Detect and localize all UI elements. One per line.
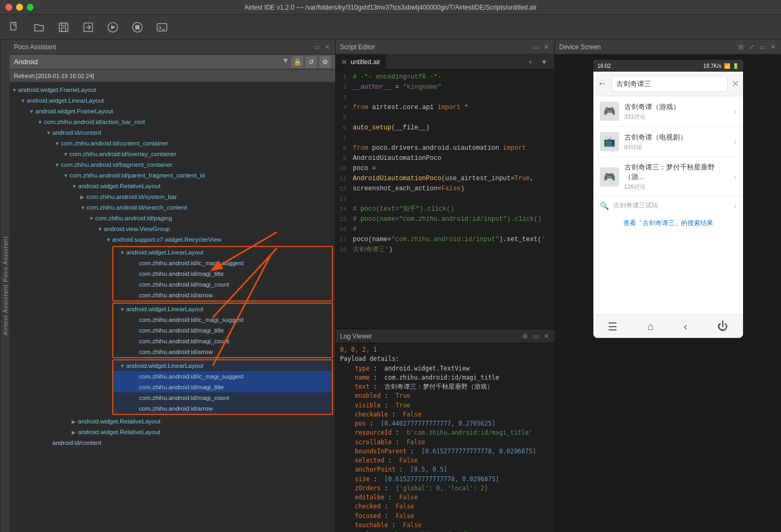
- add-tab-btn[interactable]: ＋: [524, 56, 536, 68]
- device-grid-icon[interactable]: ⊞: [737, 43, 745, 51]
- run-button[interactable]: [105, 19, 121, 35]
- tree-item[interactable]: ▼ android.widget.LinearLayout: [113, 304, 332, 314]
- tree-toggle[interactable]: ▼: [120, 250, 126, 256]
- tree-item[interactable]: ▼ android.widget.FrameLayout: [10, 106, 335, 117]
- tree-item[interactable]: com.zhihu.android:id/magi_count: [113, 279, 332, 290]
- tree-item[interactable]: ▼ android.widget.LinearLayout: [113, 247, 332, 258]
- tree-item[interactable]: com.zhihu.android:id/arrow: [113, 346, 332, 357]
- settings-icon-btn[interactable]: ⚙: [319, 56, 331, 68]
- open-folder-button[interactable]: [31, 19, 47, 35]
- editor-minimize-btn[interactable]: ▭: [532, 43, 539, 51]
- phone-search-link[interactable]: 查看「古剑奇谭三」的搜索结果: [593, 214, 743, 232]
- phone-result-title-3: 古剑奇谭三：梦付千秋星垂野（游...: [624, 163, 729, 182]
- tree-item[interactable]: ▼ android.widget.LinearLayout: [10, 95, 335, 106]
- tree-item[interactable]: ▼ com.zhihu.android:id/content_container: [10, 138, 335, 149]
- editor-close-btn[interactable]: ✕: [543, 43, 550, 51]
- phone-search-close-btn[interactable]: ✕: [732, 79, 739, 89]
- tree-node-text: com.zhihu.android:id/parent_fragment_con…: [69, 172, 205, 179]
- phone-result-item-3[interactable]: 🎮 古剑奇谭三：梦付千秋星垂野（游... 126讨论 ›: [593, 157, 743, 197]
- log-minimize-btn[interactable]: ▭: [532, 333, 539, 340]
- tree-toggle[interactable]: ▶: [80, 194, 87, 200]
- toolbar: [0, 15, 781, 40]
- device-minimize-btn[interactable]: ▭: [759, 43, 766, 51]
- tree-item[interactable]: com.zhihu.android:id/ic_magi_suggest: [113, 258, 332, 268]
- poco-close-btn[interactable]: ✕: [323, 43, 331, 51]
- tree-toggle[interactable]: ▼: [72, 183, 78, 189]
- device-expand-icon[interactable]: ⤢: [748, 43, 755, 51]
- tree-toggle[interactable]: ▶: [72, 419, 78, 425]
- phone-nav-power-btn[interactable]: ⏻: [717, 320, 728, 333]
- tree-item[interactable]: android:id/content: [10, 437, 335, 448]
- tree-item[interactable]: ▼ android.widget.FrameLayout: [10, 84, 335, 95]
- tree-item[interactable]: com.zhihu.android:id/arrow: [113, 290, 332, 300]
- tree-item[interactable]: ▼ com.zhihu.android:id/parent_fragment_c…: [10, 170, 335, 181]
- new-file-button[interactable]: [6, 19, 22, 35]
- tree-item[interactable]: ▼ com.zhihu.android:id/overlay_container: [10, 149, 335, 159]
- code-editor[interactable]: 1 # -*- encoding=utf8 -*- 2 __author__ =…: [336, 70, 554, 329]
- tree-item[interactable]: ▼ android:id/content: [10, 127, 335, 138]
- tree-toggle[interactable]: ▼: [80, 205, 87, 211]
- refresh-icon-btn[interactable]: ↺: [305, 56, 317, 68]
- tree-item[interactable]: ▼ android.view.ViewGroup: [10, 223, 335, 234]
- phone-result-item-2[interactable]: 📺 古剑奇谭（电视剧） 83讨论 ›: [593, 127, 743, 157]
- tree-toggle[interactable]: ▼: [120, 306, 126, 312]
- tab-dropdown-btn[interactable]: ▼: [538, 56, 550, 68]
- tree-item[interactable]: com.zhihu.android:id/magi_title: [113, 325, 332, 336]
- tree-toggle[interactable]: ▼: [46, 130, 52, 136]
- tree-item[interactable]: com.zhihu.android:id/magi_count: [113, 392, 332, 403]
- tree-toggle[interactable]: ▼: [106, 237, 112, 243]
- tree-item[interactable]: com.zhihu.android:id/ic_magi_suggest: [113, 371, 332, 382]
- close-button[interactable]: [5, 4, 12, 11]
- tree-toggle[interactable]: ▼: [63, 173, 69, 179]
- tree-item[interactable]: ▶ android.widget.RelativeLayout: [10, 416, 335, 427]
- tree-item[interactable]: ▶ android.widget.RelativeLayout: [10, 427, 335, 437]
- tree-toggle[interactable]: ▼: [20, 98, 27, 104]
- tree-toggle[interactable]: ▼: [55, 141, 61, 147]
- minimize-button[interactable]: [16, 4, 23, 11]
- cli-button[interactable]: [154, 19, 170, 35]
- lock-icon-btn[interactable]: 🔒: [291, 56, 303, 68]
- tree-item[interactable]: ▶ com.zhihu.android:id/system_bar: [10, 191, 335, 202]
- tree-toggle[interactable]: ▼: [29, 109, 35, 114]
- tree-toggle[interactable]: ▼: [89, 215, 95, 221]
- phone-search-input[interactable]: 古剑奇谭三: [612, 76, 728, 92]
- tree-toggle[interactable]: ▼: [63, 151, 69, 157]
- log-close-btn[interactable]: ✕: [543, 333, 550, 340]
- tree-item[interactable]: ▼ android.support.v7.widget.RecyclerView: [10, 234, 335, 245]
- tree-item[interactable]: ▼ android.widget.RelativeLayout: [10, 181, 335, 191]
- save-button[interactable]: [56, 19, 72, 35]
- export-button[interactable]: [80, 19, 96, 35]
- tree-item[interactable]: ▼ com.zhihu.android:id/action_bar_root: [10, 117, 335, 127]
- tree-item[interactable]: com.zhihu.android:id/magi_count: [113, 336, 332, 346]
- device-close-btn[interactable]: ✕: [769, 43, 777, 51]
- tree-item[interactable]: com.zhihu.android:id/arrow: [113, 403, 332, 414]
- tree-toggle[interactable]: ▼: [37, 119, 44, 125]
- tree-item[interactable]: ▼ com.zhihu.android:id/paging: [10, 213, 335, 223]
- phone-time: 16:02: [598, 63, 611, 69]
- tree-toggle[interactable]: ▼: [12, 87, 18, 93]
- tab-close-icon[interactable]: ✕: [341, 58, 347, 66]
- phone-nav-back-btn[interactable]: ‹: [684, 320, 687, 333]
- tree-item[interactable]: ▼ com.zhihu.android:id/fragment_containe…: [10, 159, 335, 170]
- poco-minimize-btn[interactable]: ▭: [313, 43, 320, 51]
- log-filter-btn[interactable]: ⚙: [521, 333, 529, 340]
- tree-toggle[interactable]: ▶: [72, 429, 78, 435]
- tree-item[interactable]: ▼ android.widget.LinearLayout: [113, 360, 332, 371]
- phone-back-btn[interactable]: ←: [598, 78, 607, 89]
- tree-item[interactable]: com.zhihu.android:id/magi_title: [113, 268, 332, 279]
- editor-tab-untitled[interactable]: ✕ untitled.air: [336, 55, 386, 70]
- maximize-button[interactable]: [27, 4, 34, 11]
- tree-item-selected[interactable]: com.zhihu.android:id/magi_title: [113, 382, 332, 392]
- stop-button[interactable]: [129, 19, 145, 35]
- tree-item[interactable]: ▼ com.zhihu.android:id/search_content: [10, 202, 335, 213]
- tree-node-text: android.widget.LinearLayout: [126, 249, 204, 256]
- phone-result-item-1[interactable]: 🎮 古剑奇谭（游戏） 331讨论 ›: [593, 96, 743, 127]
- tree-toggle[interactable]: ▼: [55, 162, 61, 168]
- tree-item[interactable]: com.zhihu.android:id/ic_magi_suggest: [113, 314, 332, 325]
- tree-toggle[interactable]: ▼: [120, 363, 126, 369]
- phone-nav-home-btn[interactable]: ⌂: [647, 320, 654, 333]
- tree-view: ▼ android.widget.FrameLayout ▼ android.w…: [10, 82, 335, 450]
- phone-nav-menu-btn[interactable]: ☰: [608, 320, 617, 333]
- tree-toggle[interactable]: ▼: [97, 226, 104, 232]
- android-dropdown[interactable]: Android ▼ 🔒 ↺ ⚙: [10, 55, 335, 70]
